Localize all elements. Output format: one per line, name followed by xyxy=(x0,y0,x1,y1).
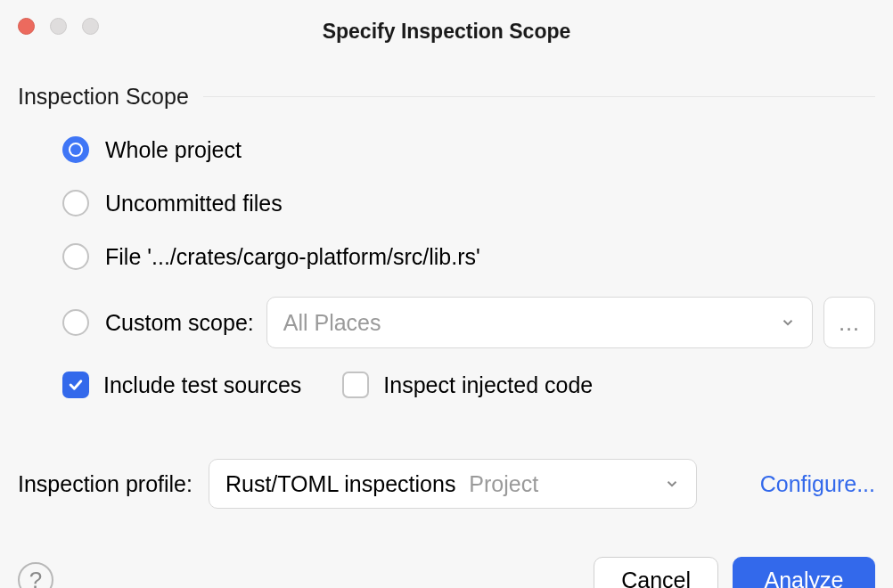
custom-scope-dropdown[interactable]: All Places xyxy=(266,297,813,348)
radio-custom-scope[interactable] xyxy=(62,309,89,336)
checkbox-unchecked-icon xyxy=(342,372,369,398)
profile-label: Inspection profile: xyxy=(18,471,193,497)
dialog-content: Inspection Scope Whole project Uncommitt… xyxy=(0,84,893,588)
radio-icon xyxy=(62,190,89,216)
dialog-footer: ? Cancel Analyze xyxy=(18,557,875,588)
inspect-injected-code-checkbox[interactable]: Inspect injected code xyxy=(342,372,593,398)
titlebar: Specify Inspection Scope xyxy=(0,0,893,50)
radio-label: Whole project xyxy=(105,137,242,163)
footer-buttons: Cancel Analyze xyxy=(594,557,875,588)
divider xyxy=(203,96,875,97)
chevron-down-icon xyxy=(664,476,680,492)
close-window-button[interactable] xyxy=(18,18,35,35)
checkbox-row: Include test sources Inspect injected co… xyxy=(18,372,875,398)
window-controls xyxy=(18,18,99,35)
dropdown-value: All Places xyxy=(283,310,381,336)
profile-name: Rust/TOML inspections xyxy=(225,471,455,496)
cancel-button[interactable]: Cancel xyxy=(594,557,718,588)
radio-label: File '.../crates/cargo-platform/src/lib.… xyxy=(105,244,480,270)
profile-modifier: Project xyxy=(469,471,538,496)
radio-uncommitted-files[interactable]: Uncommitted files xyxy=(62,190,875,216)
checkbox-label: Inspect injected code xyxy=(383,372,593,398)
button-label: Cancel xyxy=(621,568,691,589)
checkbox-label: Include test sources xyxy=(103,372,301,398)
chevron-down-icon xyxy=(780,314,796,331)
help-icon: ? xyxy=(29,567,42,589)
configure-link[interactable]: Configure... xyxy=(760,471,875,497)
checkbox-checked-icon xyxy=(62,372,89,398)
radio-file[interactable]: File '.../crates/cargo-platform/src/lib.… xyxy=(62,243,875,270)
radio-icon xyxy=(62,136,89,163)
scope-radio-group: Whole project Uncommitted files File '..… xyxy=(18,136,875,348)
radio-label: Custom scope: xyxy=(105,310,254,336)
radio-whole-project[interactable]: Whole project xyxy=(62,136,875,163)
dialog-title: Specify Inspection Scope xyxy=(0,7,893,44)
radio-icon xyxy=(62,243,89,270)
custom-scope-browse-button[interactable]: … xyxy=(823,297,875,348)
maximize-window-button[interactable] xyxy=(82,18,99,35)
help-button[interactable]: ? xyxy=(18,562,53,588)
radio-label: Uncommitted files xyxy=(105,191,283,216)
scope-fieldset-header: Inspection Scope xyxy=(18,84,875,110)
scope-legend: Inspection Scope xyxy=(18,84,189,110)
include-test-sources-checkbox[interactable]: Include test sources xyxy=(62,372,301,398)
inspection-profile-dropdown[interactable]: Rust/TOML inspections Project xyxy=(209,459,697,509)
dropdown-text: Rust/TOML inspections Project xyxy=(225,471,538,497)
inspection-profile-row: Inspection profile: Rust/TOML inspection… xyxy=(18,459,875,509)
radio-custom-scope-row: Custom scope: All Places … xyxy=(62,297,875,348)
button-label: Analyze xyxy=(765,568,844,589)
analyze-button[interactable]: Analyze xyxy=(733,557,875,588)
ellipsis-icon: … xyxy=(838,310,861,336)
minimize-window-button[interactable] xyxy=(50,18,67,35)
